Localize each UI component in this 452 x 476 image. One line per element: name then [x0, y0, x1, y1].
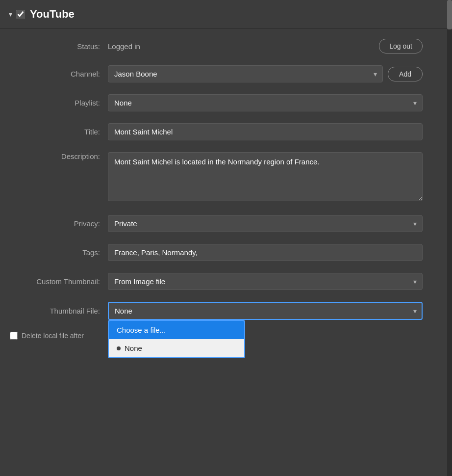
description-label: Description:: [10, 152, 108, 160]
status-control: Logged in Log out: [108, 39, 423, 53]
custom-thumbnail-row: Custom Thumbnail: From Image file ▾: [10, 273, 423, 290]
playlist-select[interactable]: None: [108, 94, 423, 111]
custom-thumbnail-label: Custom Thumbnail:: [10, 277, 108, 286]
logout-button[interactable]: Log out: [379, 39, 423, 53]
thumbnail-file-select[interactable]: None: [108, 302, 423, 320]
playlist-row: Playlist: None ▾: [10, 94, 423, 111]
panel-title: YouTube: [30, 8, 75, 21]
add-channel-button[interactable]: Add: [388, 67, 423, 81]
playlist-label: Playlist:: [10, 99, 108, 107]
scrollbar-track[interactable]: [447, 0, 452, 476]
thumbnail-file-row: Thumbnail File: None ▾ Choose a file... …: [10, 302, 423, 320]
thumbnail-dropdown: Choose a file... None: [108, 320, 245, 358]
title-control: [108, 123, 423, 140]
youtube-panel: ▾ YouTube Status: Logged in Log out Chan…: [0, 0, 452, 476]
delete-checkbox-label: Delete local file after: [10, 332, 84, 340]
privacy-row: Privacy: Private ▾: [10, 215, 423, 232]
none-option-label: None: [125, 344, 142, 352]
description-control: Mont Saint Michel is located in the Norm…: [108, 152, 423, 203]
custom-thumbnail-select[interactable]: From Image file: [108, 273, 423, 290]
privacy-label: Privacy:: [10, 219, 108, 228]
thumbnail-file-label: Thumbnail File:: [10, 307, 108, 315]
title-row: Title:: [10, 123, 423, 140]
delete-label-text: Delete local file after: [22, 332, 84, 340]
chevron-icon[interactable]: ▾: [9, 10, 12, 18]
tags-label: Tags:: [10, 248, 108, 257]
none-option[interactable]: None: [109, 339, 244, 357]
title-input[interactable]: [108, 123, 423, 140]
tags-control: [108, 244, 423, 261]
tags-row: Tags:: [10, 244, 423, 261]
custom-thumbnail-control: From Image file ▾: [108, 273, 423, 290]
channel-select-wrapper: Jason Boone ▾: [108, 65, 383, 82]
title-label: Title:: [10, 128, 108, 136]
youtube-checkbox[interactable]: [16, 10, 25, 19]
privacy-select[interactable]: Private: [108, 215, 423, 232]
none-bullet-icon: [117, 346, 121, 350]
choose-file-option[interactable]: Choose a file...: [109, 321, 244, 339]
playlist-control: None ▾: [108, 94, 423, 111]
channel-control: Jason Boone ▾ Add: [108, 65, 423, 82]
channel-select[interactable]: Jason Boone: [108, 65, 383, 82]
status-row: Status: Logged in Log out: [10, 39, 423, 53]
status-value: Logged in: [108, 42, 140, 51]
thumbnail-file-control: None ▾ Choose a file... None: [108, 302, 423, 320]
privacy-control: Private ▾: [108, 215, 423, 232]
status-label: Status:: [10, 42, 108, 51]
description-row: Description: Mont Saint Michel is locate…: [10, 152, 423, 203]
channel-label: Channel:: [10, 70, 108, 78]
delete-checkbox[interactable]: [10, 332, 18, 340]
form-area: Status: Logged in Log out Channel: Jason…: [0, 29, 452, 349]
panel-header: ▾ YouTube: [0, 0, 452, 29]
youtube-checkbox-wrapper[interactable]: [16, 10, 25, 19]
channel-row: Channel: Jason Boone ▾ Add: [10, 65, 423, 82]
scrollbar-thumb[interactable]: [447, 0, 452, 29]
description-textarea[interactable]: Mont Saint Michel is located in the Norm…: [108, 152, 423, 201]
tags-input[interactable]: [108, 244, 423, 261]
